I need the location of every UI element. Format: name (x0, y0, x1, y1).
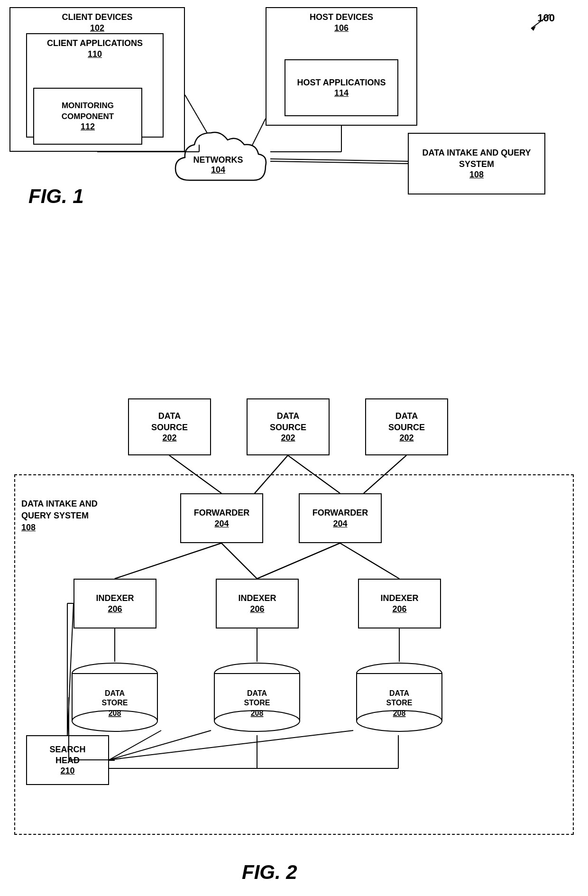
data-store-3: DATA STORE 208 (353, 662, 446, 735)
data-store-1: DATA STORE 208 (69, 662, 161, 735)
ds1-label: DATASOURCE (151, 411, 188, 433)
data-store-2-shape: DATA STORE 208 (211, 662, 303, 735)
ds2-label: DATASOURCE (270, 411, 306, 433)
indexer-1-box: INDEXER 206 (74, 579, 156, 628)
data-source-3-box: DATASOURCE 202 (365, 398, 448, 455)
search-head-label: SEARCHHEAD (49, 744, 85, 767)
data-intake-fig1-box: DATA INTAKE AND QUERY SYSTEM 108 (408, 133, 545, 194)
monitoring-component-id: 112 (81, 122, 95, 132)
client-devices-label: CLIENT DEVICES (62, 12, 132, 23)
data-store-1-shape: DATA STORE 208 (69, 662, 161, 735)
svg-line-2 (270, 161, 408, 164)
fwd1-label: FORWARDER (194, 508, 250, 518)
monitoring-component-box: MONITORING COMPONENT 112 (33, 88, 142, 145)
idx1-label: INDEXER (96, 593, 134, 604)
idx2-id: 206 (250, 604, 264, 614)
indexer-3-box: INDEXER 206 (358, 579, 441, 628)
idx2-label: INDEXER (238, 593, 276, 604)
ds3-label: DATASOURCE (388, 411, 425, 433)
forwarder-1-box: FORWARDER 204 (180, 493, 263, 543)
indexer-2-box: INDEXER 206 (216, 579, 299, 628)
host-devices-id: 106 (334, 23, 349, 33)
host-applications-id: 114 (334, 88, 349, 98)
data-source-1-box: DATASOURCE 202 (128, 398, 211, 455)
ref-label: 100 (537, 12, 555, 24)
ds1-id: 202 (162, 433, 176, 443)
fwd1-id: 204 (214, 519, 229, 529)
fig2-caption: FIG. 2 (242, 861, 297, 884)
data-store-3-shape: DATA STORE 208 (353, 662, 446, 735)
svg-text:208: 208 (109, 709, 121, 717)
svg-text:DATA: DATA (105, 689, 125, 697)
fwd2-id: 204 (333, 519, 347, 529)
networks-cloud: NETWORKS 104 (166, 119, 270, 194)
diq-system-label: DATA INTAKE AND QUERY SYSTEM 108 (21, 498, 107, 534)
idx1-id: 206 (108, 604, 122, 614)
search-head-box: SEARCHHEAD 210 (26, 735, 109, 785)
idx3-label: INDEXER (380, 593, 418, 604)
client-applications-id: 110 (88, 49, 102, 59)
ds3-id: 202 (399, 433, 413, 443)
ds2-id: 202 (281, 433, 295, 443)
fig1-caption: FIG. 1 (28, 185, 84, 208)
svg-line-43 (270, 159, 408, 161)
svg-text:DATA: DATA (247, 689, 267, 697)
data-store-2: DATA STORE 208 (211, 662, 303, 735)
client-applications-label: CLIENT APPLICATIONS (47, 38, 143, 49)
svg-text:STORE: STORE (386, 699, 413, 707)
search-head-id: 210 (60, 766, 74, 776)
host-applications-box: HOST APPLICATIONS 114 (285, 59, 398, 116)
networks-label: NETWORKS 104 (193, 155, 243, 176)
host-devices-label: HOST DEVICES (310, 12, 373, 23)
client-devices-id: 102 (90, 23, 104, 33)
monitoring-component-label: MONITORING COMPONENT (39, 101, 137, 121)
svg-text:STORE: STORE (102, 699, 128, 707)
svg-text:DATA: DATA (389, 689, 410, 697)
diagram-container: 100 CLIENT DEVICES 102 CLIENT APPLICATIO… (0, 0, 588, 896)
host-applications-label: HOST APPLICATIONS (297, 77, 386, 88)
svg-text:STORE: STORE (244, 699, 270, 707)
forwarder-2-box: FORWARDER 204 (299, 493, 382, 543)
data-intake-fig1-label: DATA INTAKE AND QUERY SYSTEM (413, 148, 540, 170)
data-intake-fig1-id: 108 (469, 170, 484, 180)
idx3-id: 206 (392, 604, 406, 614)
figure-ref: 100 (522, 9, 560, 36)
fwd2-label: FORWARDER (312, 508, 368, 518)
svg-text:208: 208 (251, 709, 264, 717)
data-source-2-box: DATASOURCE 202 (247, 398, 330, 455)
svg-text:208: 208 (393, 709, 406, 717)
